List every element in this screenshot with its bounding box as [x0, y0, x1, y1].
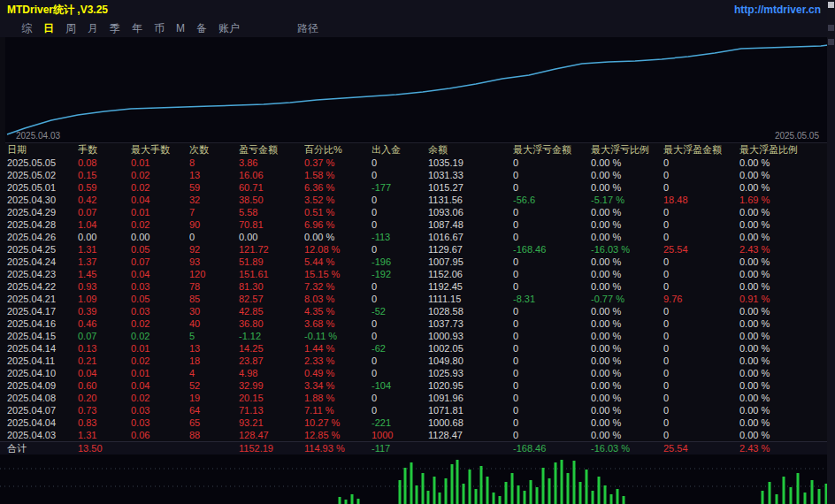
- cell: 0: [513, 342, 591, 355]
- cell: -117: [372, 442, 428, 455]
- menu-item-6[interactable]: 年: [132, 21, 142, 36]
- table-row[interactable]: 2025.05.010.590.025960.716.36 %-1771015.…: [0, 181, 828, 194]
- cell: 0.07: [78, 330, 131, 342]
- titlebar: MTDriver统计 ,V3.25 http://mtdriver.cn: [0, 0, 835, 19]
- cell: 0.01: [131, 342, 189, 355]
- menubar: 综日周月季年币M备账户路径: [0, 19, 835, 37]
- table-row[interactable]: 2025.04.160.460.024036.803.68 %01037.730…: [0, 317, 828, 330]
- cell: 0.83: [78, 416, 131, 429]
- table-row[interactable]: 2025.04.100.040.0144.980.49 %01025.9300.…: [0, 367, 828, 379]
- menu-item-4[interactable]: 月: [88, 21, 98, 36]
- cell: 0.00 %: [591, 231, 663, 243]
- table-row[interactable]: 2025.04.170.390.033042.854.35 %-521028.5…: [0, 305, 828, 317]
- table-row[interactable]: 2025.04.251.310.0592121.7212.08 %01129.6…: [0, 243, 828, 256]
- website-link[interactable]: http://mtdriver.cn: [734, 4, 821, 16]
- menu-item-1[interactable]: 综: [21, 21, 32, 36]
- column-header: 最大浮盈金额: [663, 143, 739, 157]
- cell: 2025.04.11: [0, 355, 78, 367]
- cell: 60.71: [239, 181, 304, 194]
- cell: 0.73: [78, 404, 131, 416]
- table-row[interactable]: 2025.04.231.450.04120151.6115.15 %-19211…: [0, 268, 828, 280]
- cell: 0: [513, 206, 591, 218]
- cell: 0.00 %: [591, 392, 663, 404]
- table-row[interactable]: 2025.04.260.000.0000.000.00 %-1131016.67…: [0, 231, 828, 243]
- table-row[interactable]: 2025.04.140.130.011314.251.44 %-621002.0…: [0, 342, 828, 355]
- column-header: 盈亏金额: [239, 143, 304, 157]
- cell: 0.00: [78, 231, 131, 243]
- cell: 1091.96: [428, 392, 513, 404]
- table-row[interactable]: 2025.04.090.600.045232.993.34 %-1041020.…: [0, 379, 828, 392]
- table-row[interactable]: 2025.04.300.420.043238.503.52 %01131.56-…: [0, 194, 828, 206]
- cell: 1002.05: [428, 342, 513, 355]
- cell: 121.72: [239, 243, 304, 256]
- cell: 0: [189, 231, 239, 243]
- table-row[interactable]: 2025.04.290.070.0175.580.51 %01093.0600.…: [0, 206, 828, 218]
- cell: 13.50: [78, 442, 131, 455]
- cell: 1131.56: [428, 194, 513, 206]
- cell: 1000.93: [428, 330, 513, 342]
- table-row[interactable]: 2025.05.020.150.021316.061.58 %01031.330…: [0, 169, 828, 181]
- cell: 78: [189, 280, 239, 293]
- cell: 0.01: [131, 206, 189, 218]
- table-row[interactable]: 2025.04.241.370.079351.895.44 %-1961007.…: [0, 256, 828, 268]
- menu-item-11[interactable]: 路径: [297, 21, 318, 36]
- cell: 0.07: [78, 206, 131, 218]
- cell: -16.03 %: [591, 442, 663, 455]
- cell: 2025.04.21: [0, 293, 78, 305]
- toolbar-icon[interactable]: [828, 39, 834, 45]
- menu-item-8[interactable]: M: [176, 22, 185, 34]
- cell: 0.00 %: [739, 218, 828, 231]
- cell: 2025.04.30: [0, 194, 78, 206]
- cell: 2025.04.22: [0, 280, 78, 293]
- table-row[interactable]: 2025.04.281.040.029070.816.96 %01087.480…: [0, 218, 828, 231]
- cell: 0.00 %: [739, 342, 828, 355]
- cell: 0.00 %: [739, 355, 828, 367]
- menu-item-5[interactable]: 季: [110, 21, 120, 36]
- cell: 1.37: [78, 256, 131, 268]
- right-scrollbar[interactable]: ▲: [827, 0, 835, 504]
- total-row[interactable]: 合计13.501152.19114.93 %-117-168.46-16.03 …: [0, 441, 828, 454]
- cell: 5.44 %: [304, 256, 372, 268]
- cell: 0.00 %: [591, 317, 663, 330]
- cell: -196: [372, 256, 428, 268]
- cell: 0: [372, 392, 428, 404]
- cell: 0.00 %: [739, 429, 828, 441]
- cell: 0.00 %: [739, 256, 828, 268]
- cell: 59: [189, 181, 239, 194]
- volume-histogram: [0, 454, 828, 504]
- cell: 7.32 %: [304, 280, 372, 293]
- cell: 114.93 %: [304, 442, 372, 455]
- stats-table: 日期手数最大手数次数盈亏金额百分比%出入金余额最大浮亏金额最大浮亏比例最大浮盈金…: [0, 143, 828, 454]
- cell: 0.03: [131, 404, 189, 416]
- table-row[interactable]: 2025.04.220.930.037881.307.32 %01192.450…: [0, 280, 828, 293]
- cell: 8.03 %: [304, 293, 372, 305]
- cell: 0.00 %: [739, 268, 828, 280]
- table-row[interactable]: 2025.04.110.210.021823.872.33 %01049.800…: [0, 355, 828, 367]
- cell: 0.00 %: [591, 181, 663, 194]
- cell: 82.57: [239, 293, 304, 305]
- table-row[interactable]: 2025.04.040.830.036593.2110.27 %-2211000…: [0, 416, 828, 429]
- cell: 1.31: [78, 243, 131, 256]
- menu-item-9[interactable]: 备: [196, 21, 207, 36]
- cell: 2025.04.23: [0, 268, 78, 280]
- cell: 0: [513, 256, 591, 268]
- cell: 1087.48: [428, 218, 513, 231]
- menu-item-3[interactable]: 周: [65, 21, 76, 36]
- cell: 0: [513, 231, 591, 243]
- table-row[interactable]: 2025.04.070.730.036471.137.11 %01071.810…: [0, 404, 828, 416]
- column-header: 次数: [189, 143, 239, 157]
- scroll-up-icon[interactable]: ▲: [828, 2, 834, 8]
- menu-item-10[interactable]: 账户: [218, 21, 240, 36]
- toolbar-icon[interactable]: [828, 25, 834, 31]
- table-row[interactable]: 2025.04.031.310.0688128.4712.85 %1000112…: [0, 429, 828, 441]
- table-row[interactable]: 2025.04.080.200.021920.151.88 %01091.960…: [0, 392, 828, 404]
- table-row[interactable]: 2025.04.150.070.025-1.12-0.11 %01000.930…: [0, 330, 828, 342]
- cell: 0.02: [131, 317, 189, 330]
- table-row[interactable]: 2025.05.050.080.0183.860.37 %01035.1900.…: [0, 157, 828, 169]
- cell: 1000: [372, 429, 428, 441]
- menu-item-2[interactable]: 日: [43, 21, 54, 36]
- cell: 52: [189, 379, 239, 392]
- cell: 0.00 %: [591, 218, 663, 231]
- menu-item-7[interactable]: 币: [154, 21, 165, 36]
- table-row[interactable]: 2025.04.211.090.058582.578.03 %01111.15-…: [0, 293, 828, 305]
